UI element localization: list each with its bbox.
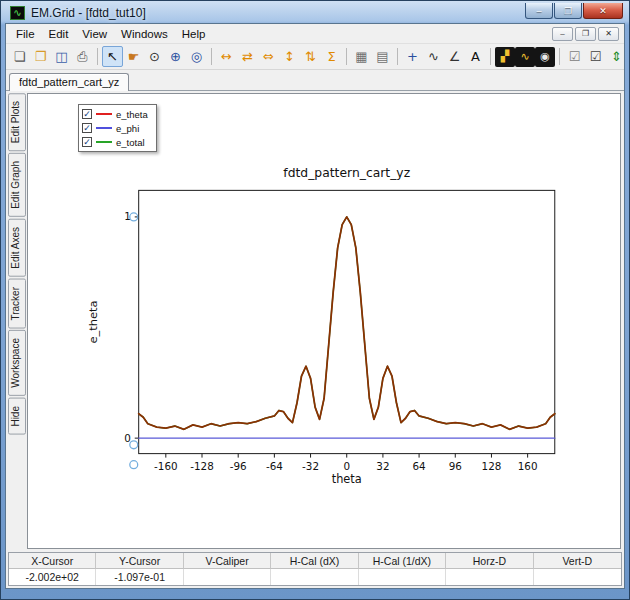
legend-label: e_total [116, 137, 145, 148]
print-icon[interactable]: ⎙ [72, 46, 93, 67]
toolbar-separator [559, 48, 560, 65]
status-value-4 [359, 569, 446, 585]
mdi-controls: –❐✕ [552, 27, 621, 41]
contour-view-icon[interactable]: ◉ [535, 47, 555, 67]
save-icon[interactable]: ◫ [51, 46, 72, 67]
status-col-horz-d: Horz-D [446, 553, 533, 569]
status-col-h-cal-dx-: H-Cal (dX) [271, 553, 358, 569]
status-col-v-caliper: V-Caliper [184, 553, 271, 569]
center-x-icon[interactable]: ⇔ [258, 46, 279, 67]
series-e_theta [139, 217, 555, 429]
x-tick-label: 32 [376, 459, 389, 471]
side-tab-hide[interactable]: Hide [8, 398, 26, 435]
plot-canvas[interactable]: fdtd_pattern_cart_yze_thetatheta-160-128… [28, 94, 620, 548]
minimize-button[interactable]: – [525, 3, 553, 19]
y-axis-label: e_theta [86, 301, 100, 344]
status-values: -2.002e+02-1.097e-01 [9, 569, 621, 585]
zoom-window-icon[interactable]: ⊙ [144, 46, 165, 67]
checkbox-large-icon[interactable]: ☑ [585, 46, 606, 67]
legend-checkbox-e_total[interactable]: ✓ [82, 137, 92, 147]
add-marker-icon[interactable]: + [402, 46, 423, 67]
vertical-scale-icon[interactable]: ⇕ [606, 46, 624, 67]
menu-edit[interactable]: Edit [42, 26, 76, 42]
legend-checkbox-e_theta[interactable]: ✓ [82, 109, 92, 119]
mdi-close-button[interactable]: ✕ [598, 27, 619, 41]
legend-label: e_phi [116, 123, 139, 134]
mdi-restore-button[interactable]: ❐ [575, 27, 596, 41]
side-tab-edit-axes[interactable]: Edit Axes [8, 219, 26, 277]
zoom-dynamic-icon[interactable]: ◎ [186, 46, 207, 67]
legend-checkbox-e_phi[interactable]: ✓ [82, 123, 92, 133]
legend-item-e_theta: ✓e_theta [82, 108, 148, 120]
menu-windows[interactable]: Windows [114, 26, 175, 42]
smooth-curve-icon[interactable]: ∿ [423, 46, 444, 67]
tab-fdtd-pattern-cart-yz[interactable]: fdtd_pattern_cart_yz [9, 73, 129, 91]
x-tick-label: 96 [449, 459, 462, 471]
slope-tool-icon[interactable]: ∠ [444, 46, 465, 67]
clip-y-icon[interactable]: ⇅ [300, 46, 321, 67]
expand-y-icon[interactable]: ↕ [279, 46, 300, 67]
expand-x-icon[interactable]: ↔ [216, 46, 237, 67]
side-tab-edit-graph[interactable]: Edit Graph [8, 153, 26, 217]
app-window: ∿ EM.Grid - [fdtd_tut10] – ❐ ✕ FileEditV… [0, 0, 630, 600]
legend: ✓e_theta✓e_phi✓e_total [78, 104, 157, 152]
select-cursor-icon[interactable]: ↖ [102, 46, 123, 67]
title-bar: ∿ EM.Grid - [fdtd_tut10] – ❐ ✕ [5, 1, 625, 23]
cursor-marker[interactable] [130, 461, 138, 469]
status-header: X-CursorY-CursorV-CaliperH-Cal (dX)H-Cal… [9, 553, 621, 569]
toolbar-separator [211, 48, 212, 65]
toolbar: ❏❐◫⎙↖☛⊙⊕◎↔⇄⇔↕⇅Σ▦▤+∿∠A▞∿◉☑☑⇕⇆☰Layout [6, 44, 624, 70]
status-col-x-cursor: X-Cursor [9, 553, 96, 569]
open-folder-icon[interactable]: ❐ [30, 46, 51, 67]
autoscale-icon[interactable]: Σ [321, 46, 342, 67]
cursor-marker[interactable] [130, 441, 138, 449]
checkbox-small-icon[interactable]: ☑ [564, 46, 585, 67]
zoom-in-icon[interactable]: ⊕ [165, 46, 186, 67]
menu-items: FileEditViewWindowsHelp [9, 26, 212, 42]
side-tabs: Edit PlotsEdit GraphEdit AxesTrackerWork… [8, 93, 26, 549]
text-tool-icon[interactable]: A [465, 46, 486, 67]
toolbar-separator [97, 48, 98, 65]
legend-line-sample [96, 113, 112, 115]
tab-bar: fdtd_pattern_cart_yz [6, 70, 624, 91]
status-value-2 [184, 569, 271, 585]
series-e_total [139, 217, 555, 429]
side-tab-edit-plots[interactable]: Edit Plots [8, 93, 26, 151]
status-value-5 [446, 569, 533, 585]
menu-file[interactable]: File [9, 26, 42, 42]
menu-bar: FileEditViewWindowsHelp –❐✕ [6, 24, 624, 44]
maximize-button[interactable]: ❐ [554, 3, 582, 19]
app-icon[interactable]: ∿ [10, 6, 25, 20]
image-view-icon[interactable]: ▞ [495, 47, 515, 67]
menu-help[interactable]: Help [175, 26, 213, 42]
grid-toggle-icon[interactable]: ▦ [351, 46, 372, 67]
mdi-minimize-button[interactable]: – [552, 27, 573, 41]
close-button[interactable]: ✕ [583, 3, 623, 19]
surface-view-icon[interactable]: ∿ [515, 47, 535, 67]
legend-item-e_phi: ✓e_phi [82, 122, 148, 134]
x-tick-label: 0 [343, 459, 350, 471]
clip-x-icon[interactable]: ⇄ [237, 46, 258, 67]
window-content: FileEditViewWindowsHelp –❐✕ ❏❐◫⎙↖☛⊙⊕◎↔⇄⇔… [5, 23, 625, 589]
status-col-y-cursor: Y-Cursor [96, 553, 183, 569]
new-file-icon[interactable]: ❏ [9, 46, 30, 67]
x-tick-label: -96 [230, 459, 247, 471]
status-value-3 [271, 569, 358, 585]
status-col-h-cal-1-dx-: H-Cal (1/dX) [359, 553, 446, 569]
status-value-0: -2.002e+02 [9, 569, 96, 585]
x-tick-label: -32 [302, 459, 319, 471]
toolbar-separator [346, 48, 347, 65]
side-tab-tracker[interactable]: Tracker [8, 279, 26, 329]
side-tab-workspace[interactable]: Workspace [8, 330, 26, 396]
x-tick-label: 64 [412, 459, 426, 471]
window-controls: – ❐ ✕ [525, 3, 623, 19]
status-bar: X-CursorY-CursorV-CaliperH-Cal (dX)H-Cal… [8, 552, 622, 586]
x-tick-label: -128 [190, 459, 214, 471]
toolbar-separator [397, 48, 398, 65]
x-tick-label: -64 [266, 459, 283, 471]
menu-view[interactable]: View [75, 26, 114, 42]
pan-hand-icon[interactable]: ☛ [123, 46, 144, 67]
status-value-6 [534, 569, 621, 585]
legend-line-sample [96, 127, 112, 129]
frame-style-icon[interactable]: ▤ [372, 46, 393, 67]
